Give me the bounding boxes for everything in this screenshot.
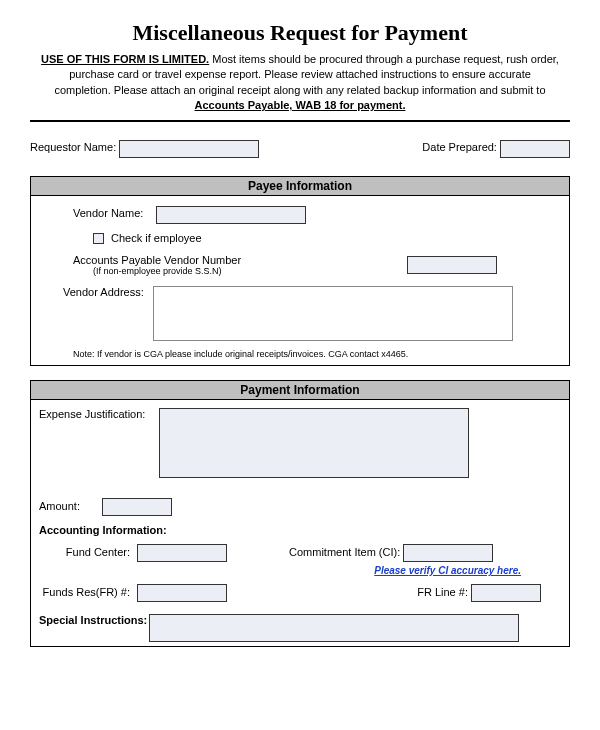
vendor-name-label: Vendor Name: [73,207,153,219]
date-label: Date Prepared: [422,141,497,153]
amount-input[interactable] [102,498,172,516]
expense-label: Expense Justification: [39,408,159,420]
fr-line-label: FR Line #: [417,586,468,598]
commitment-label: Commitment Item (CI): [289,546,400,558]
vendor-address-input[interactable] [153,286,513,341]
fund-center-label: Fund Center: [39,546,134,558]
requestor-group: Requestor Name: [30,140,259,158]
page-title: Miscellaneous Request for Payment [30,20,570,46]
payee-note: Note: If vendor is CGA please include or… [43,349,557,359]
intro-lead: USE OF THIS FORM IS LIMITED. [41,53,209,65]
intro-tail: Accounts Payable, WAB 18 for payment. [195,99,406,111]
payment-header: Payment Information [31,381,569,400]
vendor-address-label: Vendor Address: [63,286,153,298]
fr-line-input[interactable] [471,584,541,602]
funds-res-label: Funds Res(FR) #: [39,586,134,598]
employee-check-label: Check if employee [111,232,202,244]
special-instructions-input[interactable] [149,614,519,642]
funds-res-input[interactable] [137,584,227,602]
apvn-label: Accounts Payable Vendor Number [73,254,273,266]
intro-text: USE OF THIS FORM IS LIMITED. Most items … [30,52,570,122]
payee-section: Payee Information Vendor Name: Check if … [30,176,570,367]
vendor-name-input[interactable] [156,206,306,224]
employee-checkbox[interactable] [93,233,104,244]
special-label: Special Instructions: [39,614,149,626]
requestor-name-input[interactable] [119,140,259,158]
amount-label: Amount: [39,500,99,512]
fund-center-input[interactable] [137,544,227,562]
apvn-input[interactable] [407,256,497,274]
expense-justification-input[interactable] [159,408,469,478]
payee-header: Payee Information [31,177,569,196]
date-group: Date Prepared: [422,140,570,158]
date-prepared-input[interactable] [500,140,570,158]
apvn-sublabel: (If non-employee provide S.S.N) [73,266,273,276]
accounting-label: Accounting Information: [39,524,561,536]
commitment-item-input[interactable] [403,544,493,562]
requestor-label: Requestor Name: [30,141,116,153]
verify-ci-link[interactable]: Please verify CI accuracy here. [374,565,521,576]
payment-section: Payment Information Expense Justificatio… [30,380,570,647]
